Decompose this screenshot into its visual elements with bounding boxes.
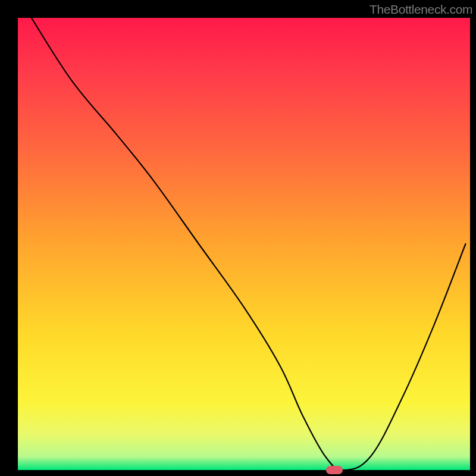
bottleneck-curve [18,18,470,470]
gradient-plot-area [18,18,470,470]
chart-container: TheBottleneck.com [0,0,476,476]
curve-path [32,18,466,470]
watermark-text: TheBottleneck.com [369,2,472,17]
optimal-point-marker [326,466,343,474]
